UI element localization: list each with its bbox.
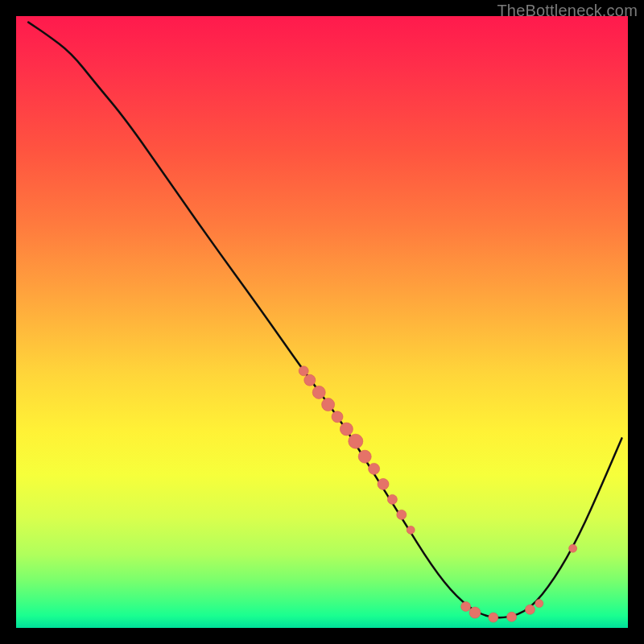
- data-point: [312, 386, 325, 398]
- data-point: [304, 374, 316, 386]
- plot-area: [16, 16, 628, 628]
- data-point: [569, 544, 577, 552]
- data-point: [387, 494, 397, 504]
- data-point: [340, 423, 353, 436]
- data-point: [397, 510, 407, 519]
- data-point: [349, 434, 363, 448]
- data-point: [535, 600, 543, 608]
- data-point: [358, 450, 371, 463]
- data-point: [378, 478, 389, 489]
- data-point: [525, 605, 535, 614]
- data-point: [369, 463, 380, 474]
- data-point: [332, 411, 343, 423]
- data-points: [299, 366, 576, 622]
- data-point: [489, 613, 498, 622]
- data-point: [299, 366, 308, 376]
- data-point: [469, 607, 481, 618]
- data-point: [507, 612, 517, 621]
- chart-svg: [16, 16, 628, 628]
- chart-frame: TheBottleneck.com: [0, 0, 644, 644]
- data-point: [407, 526, 415, 534]
- data-point: [322, 398, 335, 411]
- data-point: [461, 601, 471, 611]
- bottleneck-curve: [28, 23, 621, 618]
